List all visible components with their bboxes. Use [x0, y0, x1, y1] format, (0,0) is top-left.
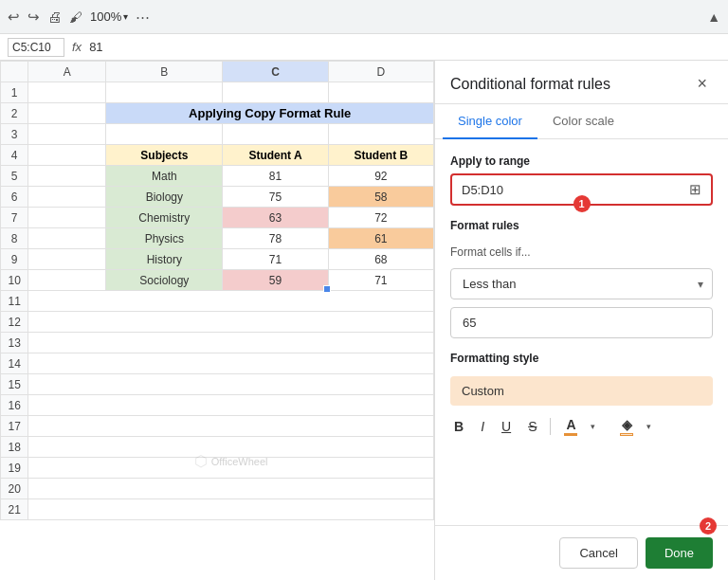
tab-color-scale[interactable]: Color scale — [537, 104, 629, 139]
fx-label: fx — [72, 40, 82, 54]
cell-a6[interactable] — [28, 187, 106, 208]
table-row: 8 Physics 78 61 — [1, 228, 434, 249]
cell-b9[interactable]: History — [106, 249, 223, 270]
fill-color-chevron-icon[interactable]: ▾ — [646, 422, 651, 431]
cell-d1[interactable] — [328, 82, 433, 103]
cell-c3[interactable] — [223, 124, 328, 145]
cell-d8[interactable]: 61 — [328, 228, 433, 249]
select-range-icon[interactable]: ⊞ — [689, 181, 701, 198]
cell-row19[interactable]: ⬡ OfficeWheel — [28, 458, 434, 479]
close-button[interactable]: × — [691, 72, 713, 96]
cell-c5[interactable]: 81 — [223, 166, 328, 187]
cell-a8[interactable] — [28, 228, 106, 249]
tab-single-color[interactable]: Single color — [443, 104, 537, 139]
cell-row16[interactable] — [28, 395, 434, 416]
text-color-button[interactable]: A — [560, 415, 581, 438]
range-input[interactable] — [462, 183, 682, 197]
conditional-format-panel: Conditional format rules × Single color … — [434, 61, 728, 580]
cell-a9[interactable] — [28, 249, 106, 270]
cancel-button[interactable]: Cancel — [559, 537, 637, 569]
cell-c10[interactable]: 59 — [223, 270, 328, 291]
apply-to-range-label: Apply to range — [450, 154, 713, 168]
cell-c6[interactable]: 75 — [223, 187, 328, 208]
divider — [550, 418, 551, 435]
print-icon[interactable]: 🖨 — [47, 9, 62, 25]
fill-color-button[interactable]: ◈ — [616, 415, 637, 438]
cell-c7[interactable]: 63 — [223, 208, 328, 228]
cell-row20[interactable] — [28, 479, 434, 499]
cell-a10[interactable] — [28, 270, 106, 291]
badge-1: 1 — [573, 195, 591, 212]
table-row: 4 Subjects Student A Student B — [1, 145, 434, 166]
cell-row17[interactable] — [28, 416, 434, 437]
col-header-d[interactable]: D — [328, 62, 433, 82]
redo-icon[interactable]: ↪ — [27, 9, 40, 26]
row-header-16: 16 — [1, 395, 28, 416]
table-row: 2 Applying Copy Format Rule — [1, 103, 434, 124]
col-header-c[interactable]: C — [223, 62, 328, 82]
cell-d9[interactable]: 68 — [328, 249, 433, 270]
strikethrough-button[interactable]: S — [524, 417, 540, 436]
table-row: 15 — [1, 374, 434, 395]
text-color-chevron-icon[interactable]: ▾ — [591, 422, 595, 431]
cell-a1[interactable] — [28, 82, 106, 103]
condition-dropdown-wrapper: Less than Greater than Equal to Is betwe… — [450, 268, 713, 299]
cell-a2[interactable] — [28, 103, 106, 124]
cell-row15[interactable] — [28, 374, 434, 395]
bold-button[interactable]: B — [450, 417, 467, 436]
col-header-a[interactable]: A — [28, 62, 106, 82]
cell-b3[interactable] — [106, 124, 223, 145]
custom-style-box: Custom — [450, 376, 713, 406]
row-header-9: 9 — [1, 249, 28, 270]
header-subjects: Subjects — [106, 145, 223, 166]
cell-c8[interactable]: 78 — [223, 228, 328, 249]
underline-button[interactable]: U — [498, 417, 515, 436]
zoom-value: 100% — [90, 9, 121, 24]
paint-format-icon[interactable]: 🖌 — [69, 9, 82, 25]
formula-value: 81 — [89, 40, 102, 54]
header-student-a: Student A — [223, 145, 328, 166]
cell-b8[interactable]: Physics — [106, 228, 223, 249]
undo-icon[interactable]: ↩ — [8, 9, 20, 26]
cell-b5[interactable]: Math — [106, 166, 223, 187]
cell-a5[interactable] — [28, 166, 106, 187]
row-header-19: 19 — [1, 458, 28, 479]
cell-b6[interactable]: Biology — [106, 187, 223, 208]
condition-value-input[interactable] — [450, 307, 713, 338]
cell-a3[interactable] — [28, 124, 106, 145]
cell-ref-input[interactable] — [8, 38, 64, 57]
zoom-control[interactable]: 100% ▾ — [90, 9, 128, 24]
toolbar: ↩ ↪ 🖨 🖌 100% ▾ ⋯ ▲ — [0, 0, 728, 34]
cell-b1[interactable] — [106, 82, 223, 103]
cell-d3[interactable] — [328, 124, 433, 145]
table-row: 11 — [1, 291, 434, 312]
col-header-b[interactable]: B — [106, 62, 223, 82]
cell-row14[interactable] — [28, 353, 434, 374]
apply-to-range-section: Apply to range ⊞ 1 — [450, 154, 713, 206]
cell-row11[interactable] — [28, 291, 434, 312]
row-header-12: 12 — [1, 312, 28, 333]
watermark-icon: ⬡ — [194, 452, 208, 470]
done-button[interactable]: Done — [646, 537, 713, 569]
cell-d10[interactable]: 71 — [328, 270, 433, 291]
cell-a4[interactable] — [28, 145, 106, 166]
row-header-21: 21 — [1, 499, 28, 520]
cell-c9[interactable]: 71 — [223, 249, 328, 270]
condition-dropdown[interactable]: Less than Greater than Equal to Is betwe… — [450, 268, 713, 299]
cell-c1[interactable] — [223, 82, 328, 103]
row-header-15: 15 — [1, 374, 28, 395]
italic-button[interactable]: I — [477, 417, 488, 436]
cell-d5[interactable]: 92 — [328, 166, 433, 187]
cell-d6[interactable]: 58 — [328, 187, 433, 208]
cell-b10[interactable]: Sociology — [106, 270, 223, 291]
main-area: A B C D 1 — [0, 61, 728, 580]
cell-row21[interactable] — [28, 499, 434, 520]
cell-row13[interactable] — [28, 333, 434, 353]
collapse-icon[interactable]: ▲ — [707, 9, 720, 25]
cell-b7[interactable]: Chemistry — [106, 208, 223, 228]
more-options-icon[interactable]: ⋯ — [136, 9, 152, 26]
cell-row12[interactable] — [28, 312, 434, 333]
cell-a7[interactable] — [28, 208, 106, 228]
row-header-4: 4 — [1, 145, 28, 166]
cell-d7[interactable]: 72 — [328, 208, 433, 228]
